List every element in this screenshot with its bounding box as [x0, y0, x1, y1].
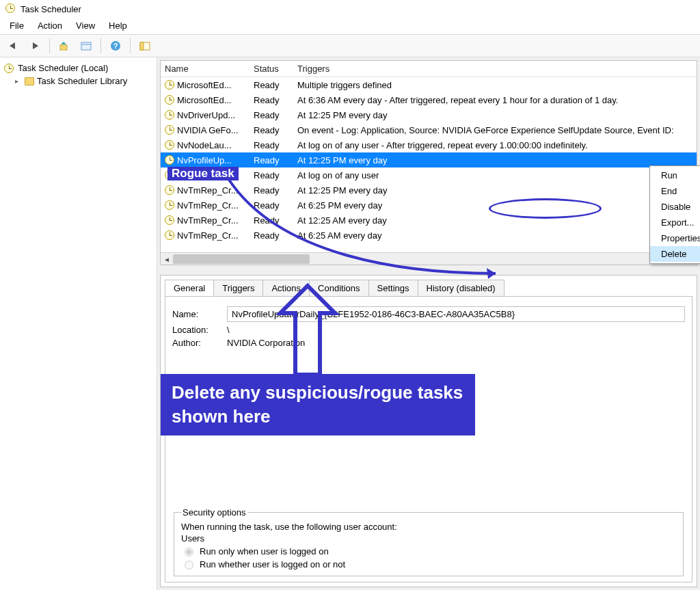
task-status: Ready — [254, 200, 297, 211]
task-trigger: At 12:25 PM every day — [297, 155, 692, 165]
task-name: NvDriverUpd... — [177, 110, 235, 120]
toolbar-separator — [130, 38, 131, 53]
clock-icon — [165, 155, 174, 165]
task-name: NvTmRep_Cr... — [177, 215, 239, 226]
svg-rect-6 — [140, 42, 144, 50]
pane-button[interactable] — [136, 37, 154, 55]
ctx-disable[interactable]: Disable — [650, 199, 700, 215]
task-status: Ready — [254, 125, 297, 135]
tab-body-general: Name: Location: \ Author: NVIDIA Corpora… — [165, 296, 692, 582]
security-desc: When running the task, use the following… — [181, 522, 676, 532]
expander-icon[interactable]: ▸ — [15, 77, 22, 85]
back-button[interactable] — [4, 37, 22, 55]
menu-action[interactable]: Action — [32, 19, 68, 33]
toolbar-separator — [49, 38, 50, 53]
tab-actions[interactable]: Actions — [262, 280, 310, 296]
task-row[interactable]: MicrosoftEd...ReadyAt 6:36 AM every day … — [161, 92, 697, 107]
ctx-delete[interactable]: Delete — [650, 246, 700, 262]
clock-icon — [165, 95, 174, 105]
task-row[interactable]: NvTmRep_Cr...ReadyAt 6:25 AM every day — [161, 228, 697, 243]
task-trigger: On event - Log: Application, Source: NVI… — [297, 125, 692, 135]
tree-root-label: Task Scheduler (Local) — [18, 63, 108, 73]
location-value: \ — [227, 325, 230, 335]
properties-button[interactable] — [77, 37, 95, 55]
svg-rect-1 — [81, 42, 91, 50]
task-row[interactable]: NvTmRep_Cr...ReadyAt 12:25 AM every day — [161, 213, 697, 228]
col-name[interactable]: Name — [165, 64, 254, 74]
annotation-rogue-label: Rogue task — [167, 167, 239, 180]
task-list-panel: Name Status Triggers MicrosoftEd...Ready… — [160, 60, 697, 265]
tree-library-label: Task Scheduler Library — [37, 76, 127, 86]
menu-file[interactable]: File — [4, 19, 29, 33]
name-field[interactable] — [227, 306, 685, 322]
menu-help[interactable]: Help — [103, 19, 133, 33]
task-trigger: At 12:25 PM every day — [297, 110, 692, 120]
sidebar-tree[interactable]: Task Scheduler (Local) ▸ Task Scheduler … — [0, 57, 157, 590]
task-row[interactable]: NvTmRep_Cr...ReadyAt 6:25 PM every day — [161, 198, 697, 213]
radio-logged-on[interactable] — [185, 548, 193, 557]
radio-whether-logged[interactable] — [185, 561, 193, 569]
task-name: NvNodeLau... — [177, 140, 232, 150]
clock-icon — [165, 200, 174, 210]
task-status: Ready — [254, 140, 297, 150]
task-trigger: At 12:25 AM every day — [297, 215, 692, 226]
task-list-body[interactable]: MicrosoftEd...ReadyMultiple triggers def… — [161, 77, 697, 252]
tab-settings[interactable]: Settings — [368, 280, 418, 296]
task-name: NvTmRep_Cr... — [177, 200, 239, 211]
titlebar: Task Scheduler — [0, 0, 700, 18]
ctx-export[interactable]: Export... — [650, 215, 700, 230]
ctx-run[interactable]: Run — [650, 167, 700, 183]
horizontal-scrollbar[interactable]: ◄ ► — [161, 252, 697, 265]
task-status: Ready — [254, 185, 297, 196]
clock-icon — [165, 215, 174, 225]
task-row[interactable]: NvProfileUp...ReadyAt 12:25 PM every day — [161, 152, 697, 167]
task-trigger: At 6:25 AM every day — [297, 230, 692, 241]
task-row[interactable]: NvProfileUp...ReadyAt log on of any user — [161, 167, 697, 183]
scroll-left-icon[interactable]: ◄ — [161, 253, 173, 265]
task-list-header: Name Status Triggers — [161, 61, 697, 77]
forward-button[interactable] — [26, 37, 44, 55]
menu-view[interactable]: View — [70, 19, 100, 33]
task-row[interactable]: NvTmRep_Cr...ReadyAt 12:25 PM every day — [161, 183, 697, 198]
scroll-thumb[interactable] — [173, 254, 310, 264]
col-triggers[interactable]: Triggers — [297, 64, 692, 74]
task-status: Ready — [254, 215, 297, 226]
clock-icon — [165, 230, 174, 240]
up-button[interactable] — [55, 37, 73, 55]
clock-icon — [165, 125, 174, 135]
task-trigger: At log on of any user - After triggered,… — [297, 140, 692, 150]
ctx-properties[interactable]: Properties — [650, 230, 700, 246]
security-options-group: Security options When running the task, … — [174, 507, 684, 576]
app-icon — [5, 3, 16, 15]
tabs: General Triggers Actions Conditions Sett… — [165, 280, 692, 296]
tree-library[interactable]: ▸ Task Scheduler Library — [3, 75, 154, 88]
menubar: File Action View Help — [0, 18, 700, 34]
radio-whether-logged-label: Run whether user is logged on or not — [200, 559, 345, 569]
task-status: Ready — [254, 230, 297, 241]
location-label: Location: — [172, 325, 220, 335]
toolbar-separator — [100, 38, 101, 53]
tab-conditions[interactable]: Conditions — [309, 280, 368, 296]
col-status[interactable]: Status — [254, 64, 297, 74]
task-row[interactable]: NvDriverUpd...ReadyAt 12:25 PM every day — [161, 107, 697, 122]
task-row[interactable]: MicrosoftEd...ReadyMultiple triggers def… — [161, 77, 697, 92]
tab-history[interactable]: History (disabled) — [418, 280, 504, 296]
task-status: Ready — [254, 95, 297, 105]
annotation-callout: Delete any suspicious/rogue tasks shown … — [161, 374, 475, 435]
clock-icon — [165, 80, 174, 90]
task-row[interactable]: NVIDIA GeFo...ReadyOn event - Log: Appli… — [161, 122, 697, 137]
context-menu: Run End Disable Export... Properties Del… — [649, 165, 700, 264]
ctx-end[interactable]: End — [650, 183, 700, 199]
help-button[interactable]: ? — [107, 37, 124, 55]
task-name: NVIDIA GeFo... — [177, 125, 239, 135]
task-row[interactable]: NvNodeLau...ReadyAt log on of any user -… — [161, 137, 697, 152]
task-trigger: At 6:36 AM every day - After triggered, … — [297, 95, 692, 105]
task-trigger: At 12:25 PM every day — [297, 185, 692, 196]
tree-root[interactable]: Task Scheduler (Local) — [3, 62, 154, 75]
task-name: MicrosoftEd... — [177, 95, 231, 105]
tab-triggers[interactable]: Triggers — [213, 280, 263, 296]
folder-icon — [25, 77, 34, 85]
tab-general[interactable]: General — [165, 280, 214, 296]
task-status: Ready — [254, 170, 297, 180]
task-status: Ready — [254, 155, 297, 165]
